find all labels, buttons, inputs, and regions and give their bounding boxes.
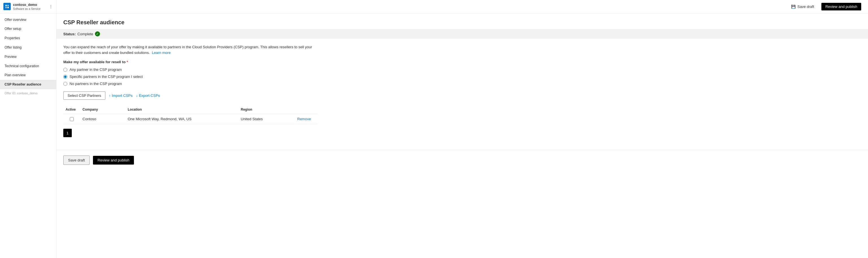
radio-any-partner-label: Any partner in the CSP program: [69, 67, 122, 72]
radio-no-partners-label: No partners in the CSP program: [69, 82, 122, 86]
page-1-button[interactable]: 1: [63, 129, 72, 137]
app-info: contoso_demo Software as a Service: [13, 3, 40, 10]
col-company: Company: [80, 107, 125, 111]
page-title: CSP Reseller audience: [63, 19, 861, 26]
sidebar-item-csp-reseller-audience[interactable]: CSP Reseller audience: [0, 80, 56, 89]
save-draft-topbar-button[interactable]: 💾 Save draft: [788, 3, 817, 10]
description-text: You can expand the reach of your offer b…: [63, 44, 318, 55]
learn-more-link[interactable]: Learn more: [152, 51, 170, 55]
import-csps-button[interactable]: ↑ Import CSPs: [109, 93, 132, 98]
status-value: Complete: [78, 32, 93, 36]
save-draft-button[interactable]: Save draft: [63, 156, 90, 165]
import-icon: ↑: [109, 93, 111, 98]
row-checkbox[interactable]: [70, 117, 74, 121]
export-csps-button[interactable]: ↓ Export CSPs: [136, 93, 160, 98]
export-csps-label: Export CSPs: [139, 93, 160, 98]
sidebar-item-offer-listing[interactable]: Offer listing: [0, 43, 56, 52]
row-location: One Microsoft Way, Redmond, WA, US: [125, 117, 239, 121]
status-label: Status:: [63, 32, 76, 36]
col-action: [295, 107, 318, 111]
select-csp-partners-button[interactable]: Select CSP Partners: [63, 92, 105, 100]
offer-id: Offer ID: contoso_demo: [0, 89, 56, 97]
bottom-actions: Save draft Review and publish: [57, 150, 868, 170]
table-header: Active Company Location Region: [63, 105, 318, 114]
save-icon: 💾: [791, 4, 796, 9]
content-body: You can expand the reach of your offer b…: [57, 39, 868, 150]
main-content: 💾 Save draft Review and publish CSP Rese…: [57, 0, 868, 258]
sidebar-item-offer-setup[interactable]: Offer setup: [0, 24, 56, 34]
page-content: CSP Reseller audience Status: Complete ✓…: [57, 13, 868, 258]
col-region: Region: [239, 107, 295, 111]
pagination: 1: [63, 129, 861, 137]
svg-rect-3: [7, 7, 9, 8]
save-draft-topbar-label: Save draft: [797, 4, 814, 9]
row-active-cell: [63, 117, 80, 121]
app-logo: [3, 3, 11, 10]
required-indicator: *: [125, 60, 128, 64]
sidebar-item-properties[interactable]: Properties: [0, 34, 56, 43]
row-remove-link[interactable]: Remove: [295, 117, 318, 121]
app-name: contoso_demo: [13, 3, 40, 7]
radio-any-partner[interactable]: Any partner in the CSP program: [63, 67, 861, 72]
sidebar: contoso_demo Software as a Service ⋮ Off…: [0, 0, 57, 258]
sidebar-header: contoso_demo Software as a Service ⋮: [0, 0, 56, 13]
radio-specific-partners[interactable]: Specific partners in the CSP program I s…: [63, 74, 861, 79]
svg-rect-0: [5, 5, 7, 6]
sidebar-collapse-icon[interactable]: ⋮: [49, 4, 53, 9]
app-subtitle: Software as a Service: [13, 7, 40, 10]
radio-specific-partners-input[interactable]: [63, 75, 67, 79]
sidebar-item-preview[interactable]: Preview: [0, 52, 56, 62]
sidebar-item-offer-overview[interactable]: Offer overview: [0, 15, 56, 25]
sidebar-item-technical-configuration[interactable]: Technical configuration: [0, 62, 56, 71]
sidebar-item-plan-overview[interactable]: Plan overview: [0, 71, 56, 80]
radio-group: Any partner in the CSP program Specific …: [63, 67, 861, 86]
status-complete-icon: ✓: [95, 31, 100, 36]
row-region: United States: [239, 117, 295, 121]
radio-no-partners[interactable]: No partners in the CSP program: [63, 82, 861, 86]
field-label: Make my offer available for resell to *: [63, 60, 861, 64]
page-header: CSP Reseller audience: [57, 13, 868, 26]
review-publish-button[interactable]: Review and publish: [93, 156, 134, 165]
import-csps-label: Import CSPs: [112, 93, 132, 98]
table-row: Contoso One Microsoft Way, Redmond, WA, …: [63, 114, 318, 124]
export-icon: ↓: [136, 93, 138, 98]
status-bar: Status: Complete ✓: [57, 29, 868, 39]
csp-table: Active Company Location Region Contoso O…: [63, 105, 318, 124]
review-publish-topbar-label: Review and publish: [825, 4, 857, 9]
review-publish-topbar-button[interactable]: Review and publish: [822, 3, 861, 10]
col-location: Location: [125, 107, 239, 111]
row-company: Contoso: [80, 117, 125, 121]
svg-rect-1: [7, 5, 9, 6]
col-active: Active: [63, 107, 80, 111]
svg-rect-2: [5, 7, 7, 8]
csp-toolbar: Select CSP Partners ↑ Import CSPs ↓ Expo…: [63, 92, 861, 100]
radio-no-partners-input[interactable]: [63, 82, 67, 86]
sidebar-nav: Offer overview Offer setup Properties Of…: [0, 13, 56, 99]
topbar: 💾 Save draft Review and publish: [57, 0, 868, 13]
radio-any-partner-input[interactable]: [63, 68, 67, 72]
radio-specific-partners-label: Specific partners in the CSP program I s…: [69, 74, 143, 79]
